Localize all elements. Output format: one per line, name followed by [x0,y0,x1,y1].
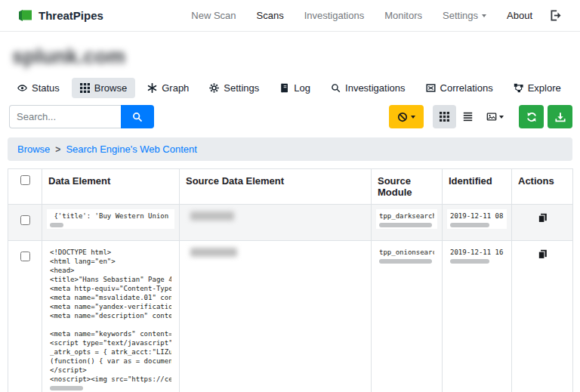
source-module-value: tpp_onionsearche [379,248,434,257]
view-switcher [433,105,510,128]
nav-links: New ScanScansInvestigationsMonitorsSetti… [191,10,532,21]
breadcrumb-separator: > [55,144,60,155]
table-header-row: Data Element Source Data Element Source … [8,169,573,205]
magnifier-icon [331,83,341,93]
col-header-actions: Actions [512,169,573,205]
image-view-icon [486,112,497,122]
window-icon [426,83,436,93]
source-module-value-scrollbox: tpp_onionsearche [376,245,437,265]
logout-button[interactable] [549,9,562,22]
grid-view-button[interactable] [433,105,456,128]
breadcrumb-browse-link[interactable]: Browse [17,144,50,155]
tab-bar: StatusBrowseGraphSettingsLogInvestigatio… [8,78,572,98]
horizontal-scrollbar[interactable] [50,223,63,227]
threatpipes-logo-icon [18,9,33,22]
horizontal-scrollbar[interactable] [379,223,432,227]
col-header-source-data-element: Source Data Element [180,169,372,205]
brand[interactable]: ThreatPipes [18,9,103,22]
nav-item-scans[interactable]: Scans [257,10,284,21]
chevron-down-icon [499,116,504,119]
col-header-identified: Identified [443,169,512,205]
table-row: {'title': 'Buy Western Union transfetpp_… [8,205,573,241]
copy-icon [538,213,548,223]
tab-correlations[interactable]: Correlations [418,78,501,98]
nav-item-monitors[interactable]: Monitors [384,10,422,21]
copy-button[interactable] [538,213,548,223]
copy-button[interactable] [538,249,548,259]
horizontal-scrollbar[interactable] [450,223,489,227]
filter-dropdown-button[interactable] [389,105,424,128]
tab-explore[interactable]: Explore [505,78,569,98]
logout-icon [549,9,562,22]
horizontal-scrollbar[interactable] [50,386,83,390]
tab-browse[interactable]: Browse [72,78,135,98]
select-all-checkbox[interactable] [20,175,30,185]
breadcrumb-category-link[interactable]: Search Engine's Web Content [66,144,197,155]
tab-label: Browse [94,82,127,94]
data-element-value: <!DOCTYPE html> <html lang="en"> <head> … [50,248,171,384]
list-view-icon [463,112,473,122]
tab-label: Settings [224,82,259,94]
tab-label: Log [294,82,310,94]
identified-value-scrollbox: 2019-12-11 16:18 [447,245,507,265]
book-icon [279,83,289,93]
tab-log[interactable]: Log [271,78,319,98]
breadcrumb: Browse > Search Engine's Web Content [8,137,572,161]
identified-value-scrollbox: 2019-12-11 08:42 [447,209,507,229]
tab-investigations[interactable]: Investigations [322,78,414,98]
no-entry-icon [397,112,408,122]
tab-label: Status [32,82,60,94]
tab-settings[interactable]: Settings [201,78,267,98]
col-header-data-element: Data Element [42,169,180,205]
network-icon [514,83,523,93]
tab-label: Graph [162,82,189,94]
search-group [9,105,154,128]
horizontal-scrollbar[interactable] [379,259,432,264]
tab-label: Correlations [440,82,493,94]
eye-icon [17,83,27,93]
download-button[interactable] [548,105,572,128]
tab-graph[interactable]: Graph [139,78,197,98]
identified-value: 2019-12-11 08:42 [450,211,504,221]
row-select-checkbox[interactable] [20,252,30,261]
asterisk-icon [147,83,157,93]
chevron-down-icon [411,116,415,119]
source-module-value: tpp_darksearch [379,211,434,221]
nav-item-new-scan[interactable]: New Scan [191,10,236,21]
grid-icon [80,83,90,93]
search-icon [132,112,143,122]
data-element-value-scrollbox: <!DOCTYPE html> <html lang="en"> <head> … [47,245,174,392]
list-view-button[interactable] [456,105,480,128]
gear-icon [209,83,219,93]
search-input[interactable] [9,105,121,128]
top-navbar: ThreatPipes New ScanScansInvestigationsM… [0,0,580,32]
tab-label: Explore [528,82,561,94]
horizontal-scrollbar[interactable] [450,259,489,264]
controls-row [8,105,572,128]
tab-label: Investigations [345,82,406,94]
page-content: splunk.com StatusBrowseGraphSettingsLogI… [0,45,580,392]
source-data-element-redacted [190,211,234,221]
scan-target-title: splunk.com [12,45,125,69]
brand-name: ThreatPipes [39,9,103,22]
identified-value: 2019-12-11 16:18 [450,248,504,257]
search-button[interactable] [121,105,154,128]
nav-item-settings[interactable]: Settings [443,10,486,21]
source-module-value-scrollbox: tpp_darksearch [376,209,437,229]
source-data-element-redacted [190,248,237,257]
nav-item-about[interactable]: About [507,10,532,21]
refresh-button[interactable] [519,105,544,128]
results-table: Data Element Source Data Element Source … [8,168,573,392]
data-element-value: {'title': 'Buy Western Union transfe [50,211,171,221]
tab-status[interactable]: Status [9,78,68,98]
nav-item-investigations[interactable]: Investigations [304,10,365,21]
chevron-down-icon [482,14,486,17]
refresh-icon [526,112,537,122]
toolbar [389,105,572,128]
image-view-dropdown-button[interactable] [480,105,510,128]
table-row: <!DOCTYPE html> <html lang="en"> <head> … [8,241,573,392]
row-select-checkbox[interactable] [20,215,30,225]
col-header-source-module: Source Module [372,169,443,205]
copy-icon [538,249,548,259]
data-element-value-scrollbox: {'title': 'Buy Western Union transfe [47,209,174,229]
